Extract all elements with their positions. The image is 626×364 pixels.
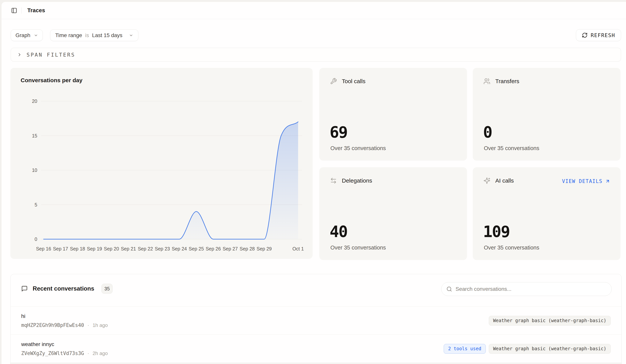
conversation-title: weather innyc	[21, 341, 108, 347]
stat-title: AI calls	[495, 177, 514, 184]
conversation-title: hi	[21, 313, 108, 319]
conversations-area-chart: 05101520Sep 16Sep 17Sep 18Sep 19Sep 20Se…	[10, 68, 313, 259]
chevron-right-icon	[17, 52, 22, 57]
svg-text:Sep 28: Sep 28	[240, 246, 255, 251]
view-details-label: VIEW DETAILS	[562, 178, 602, 184]
refresh-label: REFRESH	[591, 32, 615, 38]
agent-badge: Weather graph basic (weather-graph-basic…	[489, 344, 611, 354]
delegations-card: Delegations 40 Over 35 conversations	[319, 167, 467, 260]
conversation-row[interactable]: hi mqHZP2EGh9h9BpFEwEs40 · 1h ago Weathe…	[10, 306, 622, 335]
conversation-count-badge: 35	[101, 284, 113, 294]
refresh-icon	[582, 32, 587, 38]
swap-arrows-icon	[330, 177, 337, 184]
svg-text:15: 15	[32, 133, 37, 138]
svg-text:Sep 25: Sep 25	[189, 246, 204, 251]
stat-value: 109	[483, 224, 510, 240]
conversation-id: ZVeWXgZy_Z6WltVd73s3G	[21, 350, 84, 356]
stat-value: 69	[330, 124, 347, 140]
stat-title: Tool calls	[342, 78, 365, 84]
time-range-value: Last 15 days	[92, 32, 122, 39]
svg-text:Sep 26: Sep 26	[206, 246, 221, 251]
agent-badge: Weather graph basic (weather-graph-basic…	[489, 316, 611, 325]
sidebar-toggle-button[interactable]	[9, 6, 19, 15]
conversation-time: 1h ago	[92, 322, 108, 328]
tool-calls-card: Tool calls 69 Over 35 conversations	[319, 68, 467, 161]
svg-text:Sep 23: Sep 23	[155, 246, 170, 251]
svg-text:Sep 29: Sep 29	[257, 246, 272, 251]
refresh-button[interactable]: REFRESH	[576, 29, 621, 41]
svg-text:Sep 27: Sep 27	[223, 246, 238, 251]
time-range-operator: is	[85, 32, 89, 39]
main-panel: Traces Graph Time range is Last 15 days …	[1, 2, 626, 364]
svg-text:20: 20	[32, 98, 37, 104]
svg-text:Sep 21: Sep 21	[121, 246, 136, 251]
users-icon	[483, 78, 490, 85]
svg-text:Sep 17: Sep 17	[53, 246, 68, 251]
stat-subtitle: Over 35 conversations	[330, 145, 386, 151]
stat-value: 0	[483, 124, 492, 140]
stat-title: Delegations	[342, 177, 372, 184]
recent-conversations-header: Recent conversations 35	[10, 274, 622, 306]
chevron-down-icon	[34, 33, 38, 38]
chart-title: Conversations per day	[21, 77, 82, 83]
panel-left-icon	[11, 7, 17, 14]
chat-bubble-icon	[21, 285, 28, 292]
svg-text:0: 0	[35, 237, 37, 242]
search-box	[441, 282, 612, 296]
conversation-time: 2h ago	[92, 350, 108, 356]
stat-subtitle: Over 35 conversations	[484, 145, 539, 151]
arrow-up-right-icon	[605, 179, 610, 184]
view-mode-dropdown[interactable]: Graph	[11, 29, 43, 41]
conversation-row[interactable]: weather innyc ZVeWXgZy_Z6WltVd73s3G · 2h…	[10, 335, 622, 363]
conversations-chart-card: 05101520Sep 16Sep 17Sep 18Sep 19Sep 20Se…	[10, 68, 313, 259]
svg-text:Sep 19: Sep 19	[87, 246, 102, 251]
next-row-partial	[10, 363, 622, 364]
view-details-link[interactable]: VIEW DETAILS	[562, 178, 610, 184]
wrench-icon	[330, 78, 337, 85]
time-range-dropdown[interactable]: Time range is Last 15 days	[50, 29, 138, 41]
search-input[interactable]	[456, 286, 607, 292]
transfers-card: Transfers 0 Over 35 conversations	[473, 68, 621, 161]
stat-title: Transfers	[495, 78, 519, 84]
ai-calls-card: AI calls VIEW DETAILS 109 Over 35 conver…	[473, 167, 621, 260]
app-header: Traces	[1, 2, 626, 19]
time-range-field: Time range	[55, 32, 82, 39]
stat-subtitle: Over 35 conversations	[330, 244, 386, 251]
svg-text:Oct 1: Oct 1	[292, 246, 304, 251]
svg-text:Sep 22: Sep 22	[138, 246, 153, 251]
search-icon	[446, 286, 452, 292]
stat-value: 40	[330, 224, 347, 240]
span-filters-toggle[interactable]: SPAN FILTERS	[11, 48, 621, 62]
stat-subtitle: Over 35 conversations	[484, 244, 539, 251]
chevron-down-icon	[129, 33, 133, 38]
sparkles-icon	[483, 177, 490, 184]
svg-text:Sep 16: Sep 16	[36, 246, 51, 251]
tools-used-badge: 2 tools used	[444, 344, 486, 354]
svg-text:10: 10	[32, 167, 37, 173]
span-filters-label: SPAN FILTERS	[27, 52, 75, 58]
svg-text:Sep 18: Sep 18	[70, 246, 85, 251]
svg-text:Sep 20: Sep 20	[104, 246, 119, 251]
meta-separator: ·	[87, 350, 89, 356]
recent-conversations-card: Recent conversations 35 hi mqHZP2EGh9h9B…	[10, 274, 622, 364]
view-mode-label: Graph	[15, 32, 30, 39]
header-divider	[21, 7, 22, 14]
meta-separator: ·	[87, 322, 89, 328]
svg-text:5: 5	[35, 202, 37, 207]
conversation-id: mqHZP2EGh9h9BpFEwEs40	[21, 322, 84, 328]
svg-text:Sep 24: Sep 24	[172, 246, 187, 251]
recent-conversations-title: Recent conversations	[33, 285, 94, 292]
page-title: Traces	[27, 7, 45, 14]
